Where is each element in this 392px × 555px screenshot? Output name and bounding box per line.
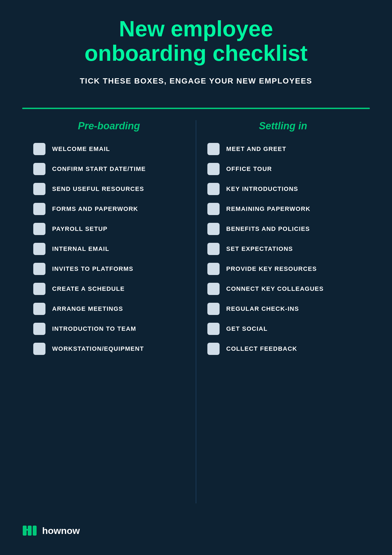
checkbox[interactable] <box>33 263 45 275</box>
pre-boarding-column: Pre-boarding WELCOME EMAIL CONFIRM START… <box>22 120 196 503</box>
list-item: PAYROLL SETUP <box>33 223 185 235</box>
list-item: CONFIRM START DATE/TIME <box>33 163 185 175</box>
title-line2: onboarding checklist <box>85 41 308 65</box>
list-item: WORKSTATION/EQUIPMENT <box>33 343 185 355</box>
checkbox[interactable] <box>207 283 220 295</box>
list-item: OFFICE TOUR <box>207 163 359 175</box>
svg-rect-5 <box>23 529 32 531</box>
list-item: MEET AND GREET <box>207 143 359 155</box>
checkbox[interactable] <box>207 263 220 275</box>
list-item: INTRODUCTION TO TEAM <box>33 323 185 335</box>
checkbox[interactable] <box>207 163 220 175</box>
list-item: CONNECT KEY COLLEAGUES <box>207 283 359 295</box>
list-item: BENEFITS AND POLICIES <box>207 223 359 235</box>
checklist-label: BENEFITS AND POLICIES <box>226 225 310 233</box>
checklist-label: OFFICE TOUR <box>226 165 272 173</box>
subtitle: TICK THESE BOXES, ENGAGE YOUR NEW EMPLOY… <box>80 77 312 85</box>
logo-text: hownow <box>42 525 80 536</box>
checklist-label: FORMS AND PAPERWORK <box>52 205 138 213</box>
hownow-logo-icon <box>22 523 38 538</box>
checklist-label: SEND USEFUL RESOURCES <box>52 185 144 193</box>
checklist-label: CONFIRM START DATE/TIME <box>52 165 146 173</box>
checklist-label: CREATE A SCHEDULE <box>52 285 125 292</box>
checklist-label: MEET AND GREET <box>226 145 286 153</box>
checklist-label: REGULAR CHECK-INS <box>226 305 299 312</box>
checkbox[interactable] <box>33 223 45 235</box>
checklist-label: INTRODUCTION TO TEAM <box>52 325 136 332</box>
checkbox[interactable] <box>33 163 45 175</box>
settling-in-title: Settling in <box>207 120 359 132</box>
checkbox[interactable] <box>207 143 220 155</box>
svg-rect-3 <box>28 530 32 536</box>
list-item: PROVIDE KEY RESOURCES <box>207 263 359 275</box>
main-title: New employee onboarding checklist <box>80 17 312 65</box>
list-item: FORMS AND PAPERWORK <box>33 203 185 215</box>
list-item: COLLECT FEEDBACK <box>207 343 359 355</box>
title-line1: New employee <box>119 16 273 41</box>
pre-boarding-checklist: WELCOME EMAIL CONFIRM START DATE/TIME SE… <box>33 143 185 355</box>
footer: hownow <box>22 517 370 538</box>
columns-container: Pre-boarding WELCOME EMAIL CONFIRM START… <box>22 120 370 503</box>
list-item: INVITES TO PLATFORMS <box>33 263 185 275</box>
checklist-label: ARRANGE MEETINGS <box>52 305 123 312</box>
checkbox[interactable] <box>33 143 45 155</box>
checkbox[interactable] <box>207 223 220 235</box>
checkbox[interactable] <box>33 183 45 195</box>
checkbox[interactable] <box>33 283 45 295</box>
checkbox[interactable] <box>207 323 220 335</box>
checkbox[interactable] <box>33 303 45 315</box>
checkbox[interactable] <box>33 203 45 215</box>
list-item: SET EXPECTATIONS <box>207 243 359 255</box>
checkbox[interactable] <box>33 243 45 255</box>
list-item: INTERNAL EMAIL <box>33 243 185 255</box>
list-item: WELCOME EMAIL <box>33 143 185 155</box>
list-item: REMAINING PAPERWORK <box>207 203 359 215</box>
checklist-label: WORKSTATION/EQUIPMENT <box>52 345 144 352</box>
checklist-label: KEY INTRODUCTIONS <box>226 185 298 193</box>
list-item: KEY INTRODUCTIONS <box>207 183 359 195</box>
checklist-label: PROVIDE KEY RESOURCES <box>226 265 317 273</box>
checkbox[interactable] <box>207 183 220 195</box>
list-item: REGULAR CHECK-INS <box>207 303 359 315</box>
header: New employee onboarding checklist TICK T… <box>80 17 312 85</box>
checklist-label: GET SOCIAL <box>226 325 268 332</box>
checklist-label: WELCOME EMAIL <box>52 145 110 153</box>
checklist-label: REMAINING PAPERWORK <box>226 205 310 213</box>
checklist-label: SET EXPECTATIONS <box>226 245 293 253</box>
checklist-label: COLLECT FEEDBACK <box>226 345 297 352</box>
checklist-label: INTERNAL EMAIL <box>52 245 109 253</box>
svg-rect-4 <box>33 526 37 536</box>
checklist-label: CONNECT KEY COLLEAGUES <box>226 285 324 292</box>
list-item: GET SOCIAL <box>207 323 359 335</box>
checkbox[interactable] <box>207 243 220 255</box>
list-item: ARRANGE MEETINGS <box>33 303 185 315</box>
settling-in-column: Settling in MEET AND GREET OFFICE TOUR K… <box>196 120 370 503</box>
checkbox[interactable] <box>207 203 220 215</box>
page: New employee onboarding checklist TICK T… <box>0 0 392 555</box>
checkbox[interactable] <box>207 343 220 355</box>
settling-in-checklist: MEET AND GREET OFFICE TOUR KEY INTRODUCT… <box>207 143 359 355</box>
checklist-label: INVITES TO PLATFORMS <box>52 265 133 273</box>
checklist-label: PAYROLL SETUP <box>52 225 108 233</box>
list-item: CREATE A SCHEDULE <box>33 283 185 295</box>
checkbox[interactable] <box>33 323 45 335</box>
pre-boarding-title: Pre-boarding <box>33 120 185 132</box>
checkbox[interactable] <box>207 303 220 315</box>
divider <box>22 108 370 109</box>
checkbox[interactable] <box>33 343 45 355</box>
list-item: SEND USEFUL RESOURCES <box>33 183 185 195</box>
